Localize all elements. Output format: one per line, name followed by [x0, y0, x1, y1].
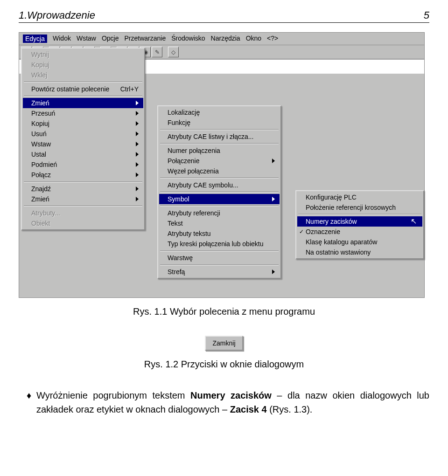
submenu-arrow-icon	[272, 159, 275, 163]
mi-zmien2[interactable]: Zmień	[23, 194, 143, 204]
body-paragraph: ♦ Wyróżnienie pogrubionym tekstem Numery…	[19, 388, 429, 416]
mi-zmien[interactable]: Zmień	[23, 98, 143, 108]
app-screenshot-1: Edycja Widok Wstaw Opcje Przetwarzanie Ś…	[19, 32, 425, 298]
submenu-arrow-icon	[136, 142, 139, 146]
menu-opcje[interactable]: Opcje	[102, 34, 119, 43]
mi-wytnij[interactable]: Wytnij	[23, 49, 143, 60]
mi-kopiuj2[interactable]: Kopiuj	[23, 118, 143, 129]
mi-polaczenie[interactable]: Połączenie	[159, 156, 280, 166]
mi-atrybuty-referencji[interactable]: Atrybuty referencji	[159, 208, 280, 218]
mi-atrybuty-cae-listwy[interactable]: Atrybuty CAE listwy i złącza...	[159, 131, 280, 142]
dropdown-symbol: Konfigurację PLC Położenie referencji kr…	[295, 190, 424, 259]
mi-strefa[interactable]: Strefą	[159, 267, 280, 277]
mi-polozenie-referencji[interactable]: Położenie referencji krosowych	[297, 202, 422, 213]
submenu-arrow-icon	[136, 121, 139, 126]
mi-numery-zaciskow[interactable]: Numery zacisków ↖	[297, 216, 422, 227]
dropdown-edycja: Wytnij Kopiuj Wklej Powtórz ostatnie pol…	[21, 48, 145, 230]
mi-wstaw[interactable]: Wstaw	[23, 139, 143, 149]
menu-okno[interactable]: Okno	[246, 34, 261, 43]
mi-atrybuty-tekstu[interactable]: Atrybuty tekstu	[159, 228, 280, 239]
mi-polacz[interactable]: Połącz	[23, 170, 143, 180]
mi-konfiguracje-plc[interactable]: Konfigurację PLC	[297, 192, 422, 202]
page-number: 5	[424, 9, 429, 21]
mi-klase-katalogu[interactable]: Klasę katalogu aparatów	[297, 237, 422, 247]
figure-caption-1: Rys. 1.1 Wybór polecenia z menu programu	[19, 306, 429, 317]
mi-tekst[interactable]: Tekst	[159, 218, 280, 228]
mi-podmien[interactable]: Podmień	[23, 159, 143, 170]
mi-obiekt[interactable]: Obiekt	[23, 218, 143, 228]
cursor-icon: ↖	[411, 217, 417, 226]
toolbar-icon[interactable]: ◇	[168, 47, 179, 57]
mi-numer-polaczenia[interactable]: Numer połączenia	[159, 145, 280, 156]
mi-powtorz[interactable]: Powtórz ostatnie polecenieCtrl+Y	[23, 84, 143, 94]
mi-atrybuty[interactable]: Atrybuty...	[23, 208, 143, 218]
submenu-arrow-icon	[136, 101, 139, 105]
mi-znajdz[interactable]: Znajdź	[23, 184, 143, 194]
mi-lokalizacje[interactable]: Lokalizację	[159, 107, 280, 117]
check-icon: ✓	[299, 228, 304, 235]
submenu-arrow-icon	[136, 172, 139, 177]
submenu-arrow-icon	[136, 162, 139, 167]
mi-ustal[interactable]: Ustal	[23, 149, 143, 159]
page-header: 1.Wprowadzenie 5	[19, 9, 429, 23]
mi-przesun[interactable]: Przesuń	[23, 108, 143, 118]
submenu-arrow-icon	[136, 111, 139, 116]
menu-narzedzia[interactable]: Narzędzia	[211, 34, 240, 43]
menu-przetwarzanie[interactable]: Przetwarzanie	[125, 34, 166, 43]
figure-caption-2: Rys. 1.2 Przyciski w oknie dialogowym	[19, 359, 429, 370]
mi-wklej[interactable]: Wklej	[23, 70, 143, 80]
menubar: Edycja Widok Wstaw Opcje Przetwarzanie Ś…	[19, 33, 424, 45]
submenu-arrow-icon	[136, 152, 139, 157]
submenu-arrow-icon	[272, 269, 275, 274]
mi-funkcje[interactable]: Funkcję	[159, 117, 280, 128]
toolbar-icon[interactable]: ✎	[152, 47, 162, 57]
mi-usun[interactable]: Usuń	[23, 129, 143, 139]
mi-typ-kreski[interactable]: Typ kreski połączenia lub obiektu	[159, 239, 280, 249]
submenu-arrow-icon	[136, 186, 139, 191]
bullet-icon: ♦	[24, 388, 34, 416]
dropdown-zmien: Lokalizację Funkcję Atrybuty CAE listwy …	[157, 105, 281, 279]
mi-na-ostatnio[interactable]: Na ostatnio wstawiony	[297, 247, 422, 257]
submenu-arrow-icon	[272, 197, 275, 201]
menu-wstaw[interactable]: Wstaw	[77, 34, 96, 43]
mi-symbol[interactable]: Symbol	[159, 194, 280, 204]
mi-kopiuj[interactable]: Kopiuj	[23, 60, 143, 70]
menu-help[interactable]: <?>	[267, 34, 278, 43]
mi-atrybuty-cae-symbolu[interactable]: Atrybuty CAE symbolu...	[159, 180, 280, 190]
mi-wezel[interactable]: Węzeł połączenia	[159, 166, 280, 176]
menu-edycja[interactable]: Edycja	[23, 34, 47, 43]
menu-srodowisko[interactable]: Środowisko	[171, 34, 205, 43]
menu-widok[interactable]: Widok	[53, 34, 71, 43]
page-header-title: 1.Wprowadzenie	[19, 9, 95, 21]
submenu-arrow-icon	[136, 197, 139, 201]
close-button[interactable]: Zamknij	[205, 336, 243, 351]
mi-oznaczenie[interactable]: ✓ Oznaczenie	[297, 227, 422, 237]
mi-warstwe[interactable]: Warstwę	[159, 253, 280, 263]
submenu-arrow-icon	[136, 131, 139, 136]
button-screenshot: Zamknij	[19, 336, 429, 351]
